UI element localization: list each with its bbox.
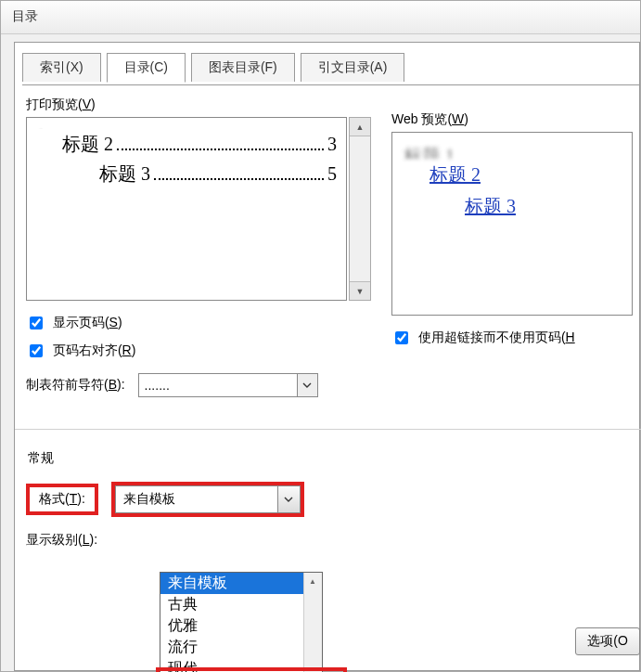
dialog-body: 索引(X) 目录(C) 图表目录(F) 引文目录(A) 打印预览(V) 标1 标… [14,42,640,671]
toc-dialog: 目录 索引(X) 目录(C) 图表目录(F) 引文目录(A) 打印预览(V) 标… [0,0,641,672]
format-label: 格式(T): [26,484,98,515]
tab-authorities[interactable]: 引文目录(A) [301,53,405,82]
show-levels-label: 显示级别(L): [26,532,97,547]
tab-content: 打印预览(V) 标1 标题 2 3 标题 3 [15,85,639,549]
divider [15,429,641,430]
format-option[interactable]: 优雅 [160,615,322,637]
format-option[interactable]: 古典 [160,594,322,615]
print-preview-pane: 标1 标题 2 3 标题 3 5 [26,117,347,301]
leader-dots [154,165,324,180]
show-page-numbers-label: 显示页码(S) [53,315,122,330]
chevron-down-icon[interactable] [297,374,317,396]
print-preview-inner: 标1 标题 2 3 标题 3 5 [27,118,346,194]
preview-row: 标题 3 5 [36,159,337,188]
format-value: 来自模板 [116,491,277,508]
right-align-checkbox[interactable] [30,344,43,357]
chevron-down-icon[interactable] [277,486,300,512]
preview-scrollbar[interactable]: ▲ ▼ [349,117,371,301]
scroll-up-icon[interactable]: ▲ [350,118,370,136]
tab-toc[interactable]: 目录(C) [107,53,186,83]
tab-leader-row: 制表符前导符(B): ....... [26,373,630,397]
web-link-row: 标题 3 [404,190,621,222]
tab-leader-label: 制表符前导符(B): [26,377,125,394]
show-page-numbers-checkbox[interactable] [30,317,43,330]
tab-leader-select[interactable]: ....... [138,373,318,397]
use-hyperlinks-row: 使用超链接而不使用页码(H [391,329,633,347]
web-preview-column: Web 预览(W) 标题 1 标题 2 标题 3 使用超链接而不使用页码(H [391,132,633,347]
options-button[interactable]: 选项(O [575,627,640,655]
title-text: 目录 [12,8,38,23]
dropdown-scrollbar[interactable]: ▲ ▼ [303,573,322,672]
format-option[interactable]: 现代 [160,658,322,672]
format-option[interactable]: 来自模板 [160,573,322,594]
tab-leader-value: ....... [139,378,297,393]
format-option[interactable]: 流行 [160,637,322,658]
format-dropdown-list[interactable]: 来自模板 古典 优雅 流行 现代 正式 简单 ▲ ▼ [160,572,323,672]
scroll-down-icon[interactable]: ▼ [350,281,370,300]
web-preview-pane: 标题 1 标题 2 标题 3 [391,132,633,316]
web-link-row: 标题 2 [404,159,621,190]
use-hyperlinks-label: 使用超链接而不使用页码(H [418,330,575,344]
print-preview-wrap: 标1 标题 2 3 标题 3 5 [26,117,347,301]
tab-index[interactable]: 索引(X) [22,53,101,82]
show-levels-row: 显示级别(L): [26,532,630,549]
preview-row: 标题 2 3 [36,129,337,159]
blur-row: 标题 1 [404,140,621,159]
leader-dots [117,136,324,150]
format-select[interactable]: 来自模板 [115,485,301,513]
toc-link[interactable]: 标题 2 [429,164,481,185]
web-preview-label: Web 预览(W) [391,111,633,128]
format-row: 格式(T): 来自模板 [26,484,630,515]
toc-link[interactable]: 标题 3 [465,196,516,216]
tab-bar: 索引(X) 目录(C) 图表目录(F) 引文目录(A) [22,52,639,85]
general-section-label: 常规 [28,450,630,467]
tab-figures[interactable]: 图表目录(F) [191,53,295,82]
use-hyperlinks-checkbox[interactable] [395,331,408,344]
scroll-up-icon[interactable]: ▲ [304,573,321,589]
dialog-title: 目录 [1,1,640,34]
right-align-label: 页码右对齐(R) [53,342,135,357]
